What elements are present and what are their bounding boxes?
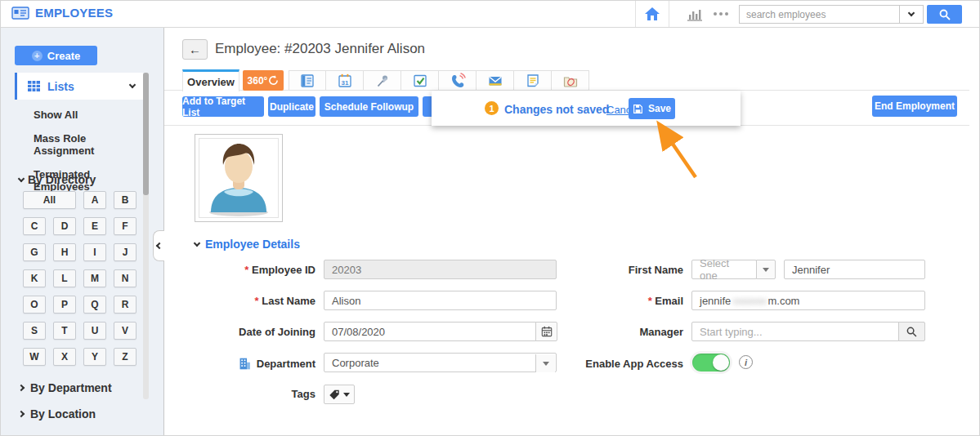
employee-id-label: Employee ID (193, 264, 315, 276)
info-icon[interactable]: i (739, 355, 753, 369)
select-caret[interactable] (535, 354, 555, 372)
duplicate-button[interactable]: Duplicate (268, 96, 315, 117)
end-employment-button[interactable]: End Employment (872, 96, 957, 117)
enable-app-access-label: Enable App Access (561, 358, 683, 370)
page-title: Employee: #20203 Jennifer Alison (215, 41, 425, 57)
sidebar-group[interactable]: By Location (19, 401, 158, 427)
alphabet-filter-button[interactable]: V (114, 322, 136, 340)
last-name-label: Last Name (193, 295, 315, 307)
alphabet-filter-button[interactable]: I (83, 243, 106, 261)
alphabet-filter-button[interactable]: U (83, 322, 106, 340)
department-select[interactable]: Corporate (324, 353, 557, 372)
email-value-start: jennife (700, 295, 731, 307)
employee-photo[interactable] (195, 134, 283, 222)
tab-overview[interactable]: Overview (182, 69, 239, 91)
alphabet-filter-button[interactable]: A (83, 191, 106, 209)
sidebar-groups: By Department By Location By Job Title (19, 375, 158, 436)
alphabet-filter-button[interactable]: N (114, 269, 136, 287)
tab-profile-form[interactable] (289, 70, 326, 91)
tab-calls[interactable] (439, 70, 477, 91)
alphabet-filter-button[interactable]: R (114, 296, 136, 314)
tab-attachments[interactable] (552, 70, 589, 91)
sidebar-group-by-directory[interactable]: By Directory (19, 173, 96, 186)
enable-app-access-toggle[interactable] (692, 354, 730, 371)
home-button[interactable] (635, 1, 669, 27)
more-options-icon[interactable] (714, 12, 728, 16)
sidebar-scrollbar[interactable] (143, 73, 149, 399)
alphabet-filter-button[interactable]: O (23, 296, 46, 314)
sidebar-group[interactable]: By Job Title (19, 427, 158, 436)
date-picker-button[interactable] (535, 322, 557, 341)
alphabet-filter-button[interactable]: M (83, 269, 106, 287)
date-of-joining-field[interactable]: 07/08/2020 (324, 322, 536, 341)
tag-icon (329, 389, 340, 400)
alphabet-filter-button[interactable]: P (53, 296, 76, 314)
alphabet-filter-button[interactable]: X (53, 348, 76, 366)
alphabet-filter-button[interactable]: G (23, 243, 46, 261)
tags-button[interactable] (324, 385, 355, 404)
calls-icon (450, 73, 466, 89)
department-value: Corporate (332, 357, 379, 369)
alphabet-filter-button[interactable]: L (53, 269, 76, 287)
salutation-select[interactable]: Select one (691, 260, 757, 279)
email-label: Email (561, 295, 683, 307)
alphabet-filter-button[interactable]: Y (83, 348, 106, 366)
email-redacted-blur: ●●●●●● (732, 295, 766, 307)
toggle-knob (713, 354, 729, 371)
reports-button[interactable] (684, 6, 705, 24)
tab-mail[interactable] (477, 70, 514, 91)
sidebar-lists-header[interactable]: Lists (15, 73, 143, 100)
sidebar-list-item[interactable]: Show All (1, 103, 143, 127)
alphabet-filter-button[interactable]: T (53, 322, 76, 340)
email-field[interactable]: jennife ●●●●●● m.com (691, 291, 925, 310)
alphabet-filter-button[interactable]: B (114, 191, 136, 209)
salutation-caret-button[interactable] (756, 260, 776, 279)
attachments-icon (562, 73, 579, 89)
search-input[interactable]: search employees (739, 5, 899, 24)
building-icon (238, 357, 252, 371)
alphabet-filter-button[interactable]: All (23, 191, 76, 209)
alphabet-filter-button[interactable]: K (23, 269, 46, 287)
create-button[interactable]: + Create (15, 46, 97, 65)
manager-search-button[interactable] (898, 322, 925, 341)
chevron-left-icon (155, 242, 162, 249)
sidebar: + Create Lists Show AllMass Role Assignm… (1, 28, 164, 436)
app-title: EMPLOYEES (35, 6, 113, 20)
sidebar-scrollbar-thumb[interactable] (143, 73, 149, 195)
back-button[interactable]: ← (182, 39, 208, 60)
tab-notes[interactable] (514, 70, 552, 91)
alphabet-filter-button[interactable]: S (23, 322, 46, 340)
alphabet-filter-button[interactable]: F (114, 217, 136, 235)
search-icon (906, 326, 918, 338)
search-scope-dropdown[interactable] (899, 5, 924, 24)
add-to-target-list-button[interactable]: Add to Target List (182, 96, 264, 117)
tab-calendar[interactable]: 31 (326, 70, 364, 91)
alphabet-filter-button[interactable]: D (53, 217, 76, 235)
search-icon (938, 8, 951, 21)
salutation-placeholder: Select one (700, 257, 749, 282)
alphabet-filter-button[interactable]: J (114, 243, 136, 261)
employee-details-section-header[interactable]: Employee Details (195, 238, 300, 251)
sidebar-group[interactable]: By Department (19, 375, 158, 401)
tab-tasks[interactable] (401, 70, 439, 91)
alphabet-filter-button[interactable]: H (53, 243, 76, 261)
schedule-followup-button[interactable]: Schedule Followup (320, 96, 418, 117)
home-icon (644, 7, 660, 21)
tab-pinned[interactable] (364, 70, 401, 91)
bar-chart-icon (686, 7, 704, 22)
alphabet-filter-button[interactable]: E (83, 217, 106, 235)
alphabet-filter-button[interactable]: C (23, 217, 46, 235)
save-button[interactable]: Save (629, 98, 675, 119)
search-button[interactable] (927, 5, 962, 24)
manager-field[interactable]: Start typing... (691, 322, 899, 341)
alphabet-filter-button[interactable]: W (23, 348, 46, 366)
sidebar-collapse-handle[interactable] (153, 230, 164, 261)
alphabet-filter-button[interactable]: Q (83, 296, 106, 314)
first-name-field[interactable]: Jennifer (784, 260, 925, 279)
last-name-field[interactable]: Alison (324, 291, 557, 310)
hidden-action-button[interactable] (423, 96, 432, 117)
sidebar-list-item[interactable]: Mass Role Assignment (1, 127, 143, 162)
tab-360-view[interactable]: 360° (243, 70, 284, 91)
tasks-icon (412, 73, 428, 89)
alphabet-filter-button[interactable]: Z (114, 348, 136, 366)
